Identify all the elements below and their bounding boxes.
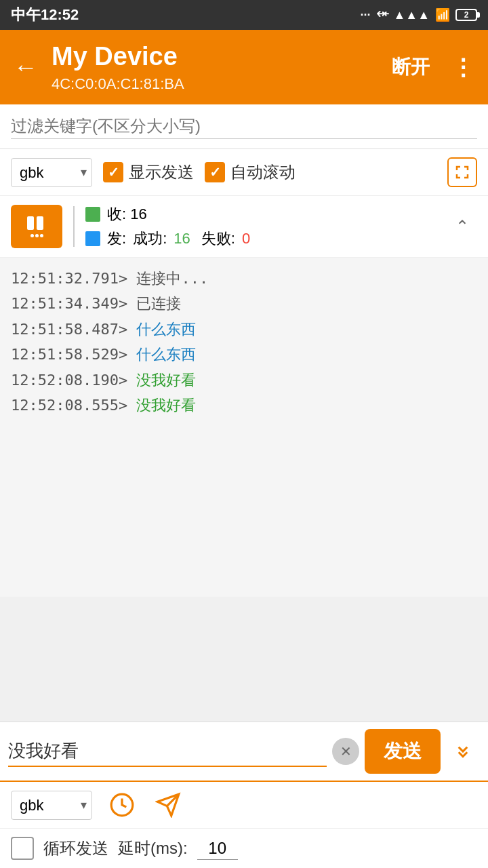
history-button[interactable]: [106, 789, 138, 821]
auto-scroll-checkbox[interactable]: [205, 162, 225, 182]
log-line: 12:51:34.349> 已连接: [11, 291, 477, 316]
recv-label: 收: 16: [107, 204, 147, 224]
log-timestamp: 12:52:08.555>: [11, 397, 136, 414]
header-title-block: My Device 4C:C0:0A:C1:81:BA: [52, 41, 375, 93]
send-fail-label: 失败:: [197, 229, 235, 249]
battery-icon: 2: [455, 9, 477, 21]
controls-row: gbk utf-8 ▾ 显示发送 自动滚动: [0, 149, 488, 196]
status-bar: 中午12:52 ··· ⬾ ▲▲▲ 📶 2: [0, 0, 488, 30]
pause-clear-button[interactable]: [11, 205, 62, 248]
log-message: 没我好看: [136, 372, 196, 389]
send-file-button[interactable]: [152, 789, 184, 821]
device-name: My Device: [52, 41, 375, 73]
send-row: ✕ 发送: [0, 722, 488, 782]
send-stats: 发: 成功: 16 失败: 0: [85, 229, 447, 249]
bluetooth-icon: ⬾: [376, 8, 388, 22]
log-timestamp: 12:51:58.529>: [11, 346, 136, 363]
stats-info: 收: 16 发: 成功: 16 失败: 0: [85, 204, 447, 249]
filter-area: [0, 104, 488, 149]
encoding-select[interactable]: gbk utf-8: [11, 158, 92, 187]
loop-send-label: 循环发送: [43, 837, 108, 859]
show-send-checkbox[interactable]: [103, 162, 123, 182]
signal-dots-icon: ···: [361, 8, 371, 22]
signal-bars-icon: ▲▲▲: [394, 8, 430, 22]
send-prefix: 发:: [107, 229, 126, 249]
filter-input[interactable]: [11, 114, 477, 139]
log-timestamp: 12:51:32.791>: [11, 270, 136, 287]
more-menu-button[interactable]: ⋮: [446, 48, 480, 86]
status-bar-right: ··· ⬾ ▲▲▲ 📶 2: [361, 7, 477, 22]
bottom-area: ✕ 发送 gbk utf-8 ▾: [0, 722, 488, 868]
pause-icon: [27, 216, 46, 230]
header: ← My Device 4C:C0:0A:C1:81:BA 断开 ⋮: [0, 30, 488, 104]
send-success-label: 成功:: [133, 229, 167, 249]
log-message: 什么东西: [136, 321, 196, 338]
send-success-count: 16: [174, 230, 190, 248]
back-button[interactable]: ←: [8, 47, 43, 87]
log-line: 12:52:08.555> 没我好看: [11, 393, 477, 418]
send-fail-count: 0: [242, 230, 250, 248]
log-line: 12:52:08.190> 没我好看: [11, 368, 477, 393]
log-line: 12:51:58.529> 什么东西: [11, 342, 477, 367]
log-timestamp: 12:51:58.487>: [11, 321, 136, 338]
scroll-down-button[interactable]: [446, 734, 480, 768]
log-message: 没我好看: [136, 397, 196, 414]
stats-row: 收: 16 发: 成功: 16 失败: 0 ⌃: [0, 196, 488, 258]
log-timestamp: 12:52:08.190>: [11, 372, 136, 389]
log-line: 12:51:32.791> 连接中...: [11, 266, 477, 291]
encoding-select-wrap: gbk utf-8 ▾: [11, 158, 92, 187]
auto-scroll-label: 自动滚动: [230, 161, 296, 183]
send-tools-row: gbk utf-8 ▾: [0, 782, 488, 829]
send-encoding-select[interactable]: gbk utf-8: [11, 791, 92, 820]
status-time: 中午12:52: [11, 5, 79, 25]
log-message: 连接中...: [136, 270, 208, 287]
recv-indicator: [85, 207, 100, 222]
delay-input[interactable]: [197, 837, 238, 860]
loop-send-checkbox[interactable]: [11, 837, 34, 860]
log-area: 12:51:32.791> 连接中...12:51:34.349> 已连接12:…: [0, 258, 488, 597]
clear-input-button[interactable]: ✕: [332, 738, 359, 765]
auto-scroll-group: 自动滚动: [205, 161, 296, 183]
disconnect-button[interactable]: 断开: [384, 49, 438, 85]
show-send-label: 显示发送: [129, 161, 194, 183]
send-encoding-wrap: gbk utf-8 ▾: [11, 791, 92, 820]
collapse-button[interactable]: ⌃: [447, 212, 477, 241]
expand-button[interactable]: [447, 157, 477, 187]
log-line: 12:51:58.487> 什么东西: [11, 317, 477, 342]
wifi-icon: 📶: [435, 7, 450, 22]
log-message: 什么东西: [136, 346, 196, 363]
log-timestamp: 12:51:34.349>: [11, 295, 136, 312]
delay-label: 延时(ms):: [118, 837, 188, 859]
send-button[interactable]: 发送: [365, 729, 441, 774]
send-input[interactable]: [8, 736, 327, 767]
send-indicator: [85, 231, 100, 246]
recv-stats: 收: 16: [85, 204, 447, 224]
mac-address: 4C:C0:0A:C1:81:BA: [52, 75, 375, 93]
divider: [73, 206, 75, 247]
dots-row: [30, 234, 43, 237]
loop-row: 循环发送 延时(ms):: [0, 829, 488, 868]
log-message: 已连接: [136, 295, 181, 312]
show-send-group: 显示发送: [103, 161, 194, 183]
